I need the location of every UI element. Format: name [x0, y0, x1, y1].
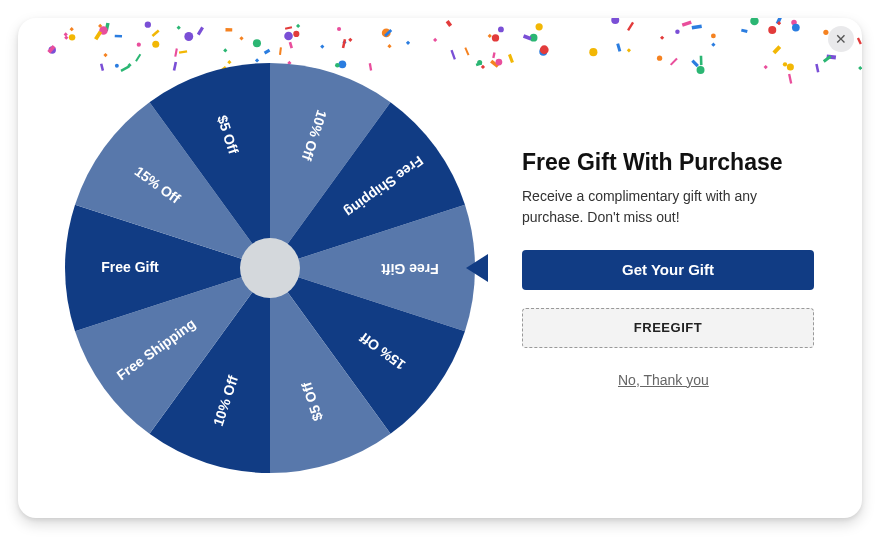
promo-title: Free Gift With Purchase: [522, 149, 822, 176]
prize-wheel: Free Gift15% Off$5 Off10% OffFree Shippi…: [60, 58, 480, 478]
decline-link[interactable]: No, Thank you: [618, 372, 709, 388]
wheel-hub: [240, 238, 300, 298]
wheel-slice-label: Free Gift: [101, 259, 159, 275]
wheel-slice-label: Free Gift: [381, 261, 439, 277]
promo-subtitle: Receive a complimentary gift with any pu…: [522, 186, 822, 228]
get-gift-button[interactable]: Get Your Gift: [522, 250, 814, 290]
promo-modal: ✕ Free Gift15% Off$5 Off10% OffFree Ship…: [18, 18, 862, 518]
coupon-code-box[interactable]: FREEGIFT: [522, 308, 814, 348]
wheel-pointer-icon: [466, 254, 488, 282]
close-button[interactable]: ✕: [828, 26, 854, 52]
close-icon: ✕: [835, 32, 847, 46]
